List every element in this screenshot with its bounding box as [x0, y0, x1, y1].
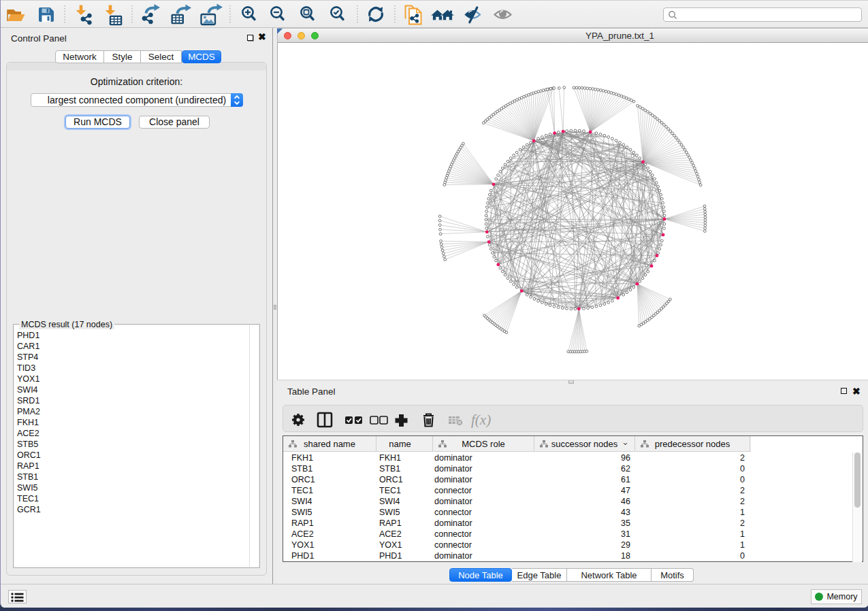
svg-text:f(x): f(x): [471, 412, 491, 428]
